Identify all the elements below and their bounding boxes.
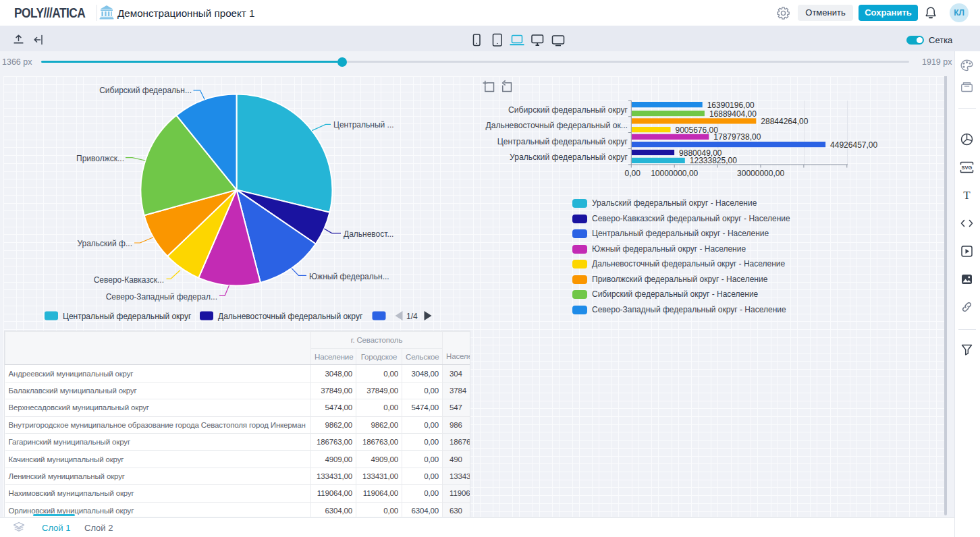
svg-text:12333825,00: 12333825,00 bbox=[690, 156, 737, 165]
svg-text:16889404,00: 16889404,00 bbox=[709, 109, 757, 119]
svg-text:Уральский ф...: Уральский ф... bbox=[77, 239, 132, 248]
svg-text:Уральский федеральный округ: Уральский федеральный округ bbox=[510, 152, 628, 162]
svg-text:16390196,00: 16390196,00 bbox=[707, 101, 755, 110]
svg-text:17879738,00: 17879738,00 bbox=[713, 132, 761, 142]
svg-text:1/4: 1/4 bbox=[406, 312, 418, 321]
svg-text:Дальневост...: Дальневост... bbox=[344, 229, 393, 239]
svg-text:9005676,00: 9005676,00 bbox=[676, 125, 719, 135]
svg-text:10000000,00: 10000000,00 bbox=[651, 169, 698, 178]
svg-text:Приволжск...: Приволжск... bbox=[76, 154, 124, 163]
svg-text:Сибирский федеральный округ: Сибирский федеральный округ bbox=[508, 105, 628, 115]
svg-text:Южный федеральн...: Южный федеральн... bbox=[309, 272, 389, 281]
svg-text:Дальневосточный федеральный ок: Дальневосточный федеральный ок... bbox=[485, 121, 628, 130]
svg-text:Северо-Кавказск...: Северо-Кавказск... bbox=[94, 275, 164, 285]
svg-text:SVG: SVG bbox=[962, 165, 973, 171]
svg-text:44926457,00: 44926457,00 bbox=[830, 140, 877, 150]
svg-text:0,00: 0,00 bbox=[625, 169, 641, 178]
svg-text:30000000,00: 30000000,00 bbox=[737, 169, 784, 178]
svg-text:28844264,00: 28844264,00 bbox=[761, 117, 808, 126]
svg-text:Северо-Западный федерал...: Северо-Западный федерал... bbox=[106, 292, 217, 302]
svg-text:Центральный ...: Центральный ... bbox=[333, 120, 394, 130]
svg-text:Центральный федеральный округ: Центральный федеральный округ bbox=[63, 312, 192, 321]
svg-text:Центральный федеральный округ: Центральный федеральный округ bbox=[497, 137, 628, 146]
svg-text:Сибирский федеральн...: Сибирский федеральн... bbox=[99, 86, 192, 95]
svg-text:Дальневосточный федеральный ок: Дальневосточный федеральный округ bbox=[218, 312, 363, 321]
